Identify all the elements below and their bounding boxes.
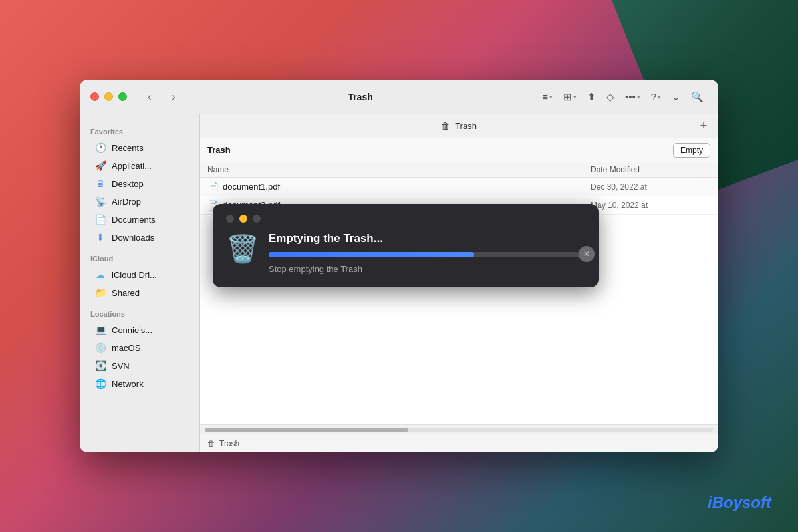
toolbar-icons: ≡ ▾ ⊞ ▾ ⬆ ◇ ••• ▾ ? ▾ ⌄ [538, 88, 708, 106]
tag-icon: ◇ [606, 91, 614, 103]
sidebar-item-macos[interactable]: 💿 macOS [84, 339, 195, 356]
more-button[interactable]: ••• ▾ [621, 88, 644, 105]
maximize-button[interactable] [118, 92, 127, 101]
file-list: 📄 document1.pdf Dec 30, 2022 at 📄 docume… [200, 178, 718, 424]
file-list-header: Name Date Modified [200, 162, 718, 178]
sidebar-item-label: Connie's... [112, 325, 184, 335]
sidebar-item-airdrop[interactable]: 📡 AirDrop [84, 193, 195, 210]
content-toolbar: Trash Empty [200, 138, 718, 162]
content-area: 🗑 Trash + Trash Empty Name Date Modified… [200, 114, 718, 452]
list-icon: ≡ [542, 91, 548, 102]
scrollbar-thumb[interactable] [205, 428, 408, 432]
network-icon: 🌐 [94, 378, 106, 389]
dialog-title: Emptying the Trash... [269, 232, 585, 245]
sidebar-item-icloud-drive[interactable]: ☁ iCloud Dri... [84, 266, 195, 283]
titlebar: ‹ › Trash ≡ ▾ ⊞ ▾ ⬆ ◇ ••• ▾ ? [80, 80, 718, 114]
help-button[interactable]: ? ▾ [647, 88, 665, 105]
airdrop-icon: 📡 [94, 196, 106, 207]
chevron-icon: ▾ [658, 94, 661, 100]
content-header-title: Trash [455, 121, 477, 131]
sidebar-item-connies[interactable]: 💻 Connie's... [84, 321, 195, 338]
help-icon: ? [651, 91, 656, 102]
close-button[interactable] [90, 92, 99, 101]
chevron-icon: ▾ [549, 94, 553, 100]
desktop-icon: 🖥 [94, 178, 106, 189]
statusbar: 🗑 Trash [200, 434, 718, 452]
favorites-label: Favorites [80, 120, 199, 138]
sidebar-item-documents[interactable]: 📄 Documents [84, 211, 195, 228]
search-icon: 🔍 [691, 91, 704, 103]
sidebar-item-label: macOS [112, 343, 184, 353]
minimize-button[interactable] [104, 92, 113, 101]
sidebar-item-desktop[interactable]: 🖥 Desktop [84, 175, 195, 192]
sidebar-item-network[interactable]: 🌐 Network [84, 375, 195, 392]
col-name-header: Name [207, 165, 591, 174]
expand-button[interactable]: ⌄ [668, 88, 684, 106]
sidebar-item-downloads[interactable]: ⬇ Downloads [84, 229, 195, 246]
svn-icon: 💽 [94, 360, 106, 371]
grid-icon: ⊞ [563, 91, 572, 103]
tag-button[interactable]: ◇ [602, 88, 618, 106]
empty-trash-button[interactable]: Empty [673, 143, 710, 158]
finder-window: ‹ › Trash ≡ ▾ ⊞ ▾ ⬆ ◇ ••• ▾ ? [80, 80, 718, 452]
locations-label: Locations [80, 302, 199, 321]
icloud-drive-icon: ☁ [94, 269, 106, 280]
scrollbar-area [200, 424, 718, 434]
dialog-body: 🗑️ Emptying the Trash... ✕ Stop emptying… [226, 232, 585, 274]
trash-icon-large: 🗑️ [226, 233, 259, 265]
progress-bar-fill [269, 252, 474, 257]
sidebar-item-label: Network [112, 379, 184, 389]
sidebar-item-label: Documents [112, 215, 184, 225]
sidebar-item-label: Applicati... [112, 161, 184, 171]
expand-icon: ⌄ [672, 91, 680, 103]
emptying-trash-dialog: 🗑️ Emptying the Trash... ✕ Stop emptying… [213, 204, 598, 287]
dialog-expand-light [253, 215, 261, 223]
content-header: 🗑 Trash + [200, 114, 718, 138]
downloads-icon: ⬇ [94, 232, 106, 243]
sidebar-item-shared[interactable]: 📁 Shared [84, 284, 195, 301]
progress-bar-container: ✕ [269, 252, 585, 257]
sidebar-item-svn[interactable]: 💽 SVN [84, 357, 195, 374]
dialog-traffic-lights [226, 215, 585, 223]
forward-button[interactable]: › [164, 88, 183, 106]
search-button[interactable]: 🔍 [687, 88, 708, 106]
folder-icon: 🗑 [441, 121, 450, 131]
col-date-header: Date Modified [591, 165, 710, 174]
dialog-subtitle[interactable]: Stop emptying the Trash [269, 264, 585, 274]
computer-icon: 💻 [94, 325, 106, 335]
dialog-content: Emptying the Trash... ✕ Stop emptying th… [269, 232, 585, 274]
documents-icon: 📄 [94, 214, 106, 225]
icloud-label: iCloud [80, 247, 199, 265]
sidebar-item-label: AirDrop [112, 197, 184, 207]
sidebar-item-label: SVN [112, 361, 184, 371]
file-date: May 10, 2022 at [591, 201, 710, 210]
chevron-icon: ▾ [637, 94, 640, 100]
file-icon: 📄 [207, 182, 219, 192]
statusbar-label: Trash [219, 439, 239, 448]
sidebar-item-applications[interactable]: 🚀 Applicati... [84, 157, 195, 174]
main-area: Favorites 🕐 Recents 🚀 Applicati... 🖥 Des… [80, 114, 718, 452]
sidebar-item-label: Downloads [112, 233, 184, 243]
sidebar-item-label: Shared [112, 288, 184, 298]
file-name: document1.pdf [223, 182, 591, 192]
traffic-lights [90, 92, 127, 101]
back-button[interactable]: ‹ [140, 88, 159, 106]
share-button[interactable]: ⬆ [583, 88, 600, 106]
list-view-button[interactable]: ≡ ▾ [538, 88, 557, 105]
sidebar-item-label: Desktop [112, 179, 184, 189]
sidebar-item-recents[interactable]: 🕐 Recents [84, 139, 195, 156]
cancel-progress-button[interactable]: ✕ [579, 246, 595, 262]
add-tab-button[interactable]: + [696, 118, 712, 134]
applications-icon: 🚀 [94, 160, 106, 171]
dialog-minimize-light [239, 215, 247, 223]
grid-view-button[interactable]: ⊞ ▾ [559, 88, 581, 106]
scrollbar-track[interactable] [205, 428, 713, 432]
sidebar-item-label: iCloud Dri... [112, 270, 184, 280]
dialog-close-light [226, 215, 234, 223]
sidebar-item-label: Recents [112, 143, 184, 153]
table-row[interactable]: 📄 document1.pdf Dec 30, 2022 at [200, 178, 718, 196]
chevron-icon: ▾ [573, 94, 577, 100]
sidebar: Favorites 🕐 Recents 🚀 Applicati... 🖥 Des… [80, 114, 200, 452]
recents-icon: 🕐 [94, 142, 106, 153]
watermark: iBoysoft [708, 493, 771, 512]
